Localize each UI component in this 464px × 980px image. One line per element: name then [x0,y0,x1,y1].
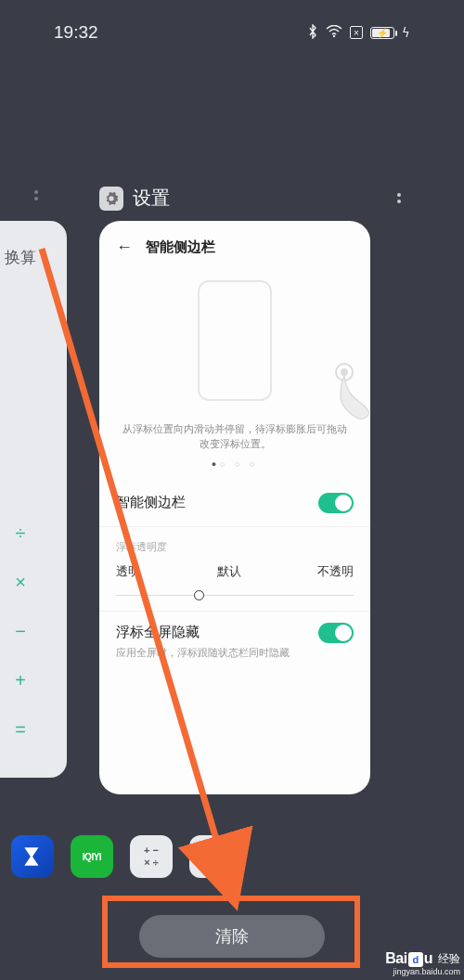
clear-all-button[interactable]: 清除 [139,915,325,958]
recent-card-left[interactable]: 换算 ÷ × − + = [0,221,67,778]
row-label: 浮标全屏隐藏 [116,624,200,641]
opacity-slider[interactable] [116,595,354,596]
app-icon-settings-small[interactable] [189,835,232,878]
section-opacity: 浮标透明度 [99,527,370,558]
app-icon-blue[interactable] [11,835,54,878]
status-bar: 19:32 × ⚡ ϟ [0,19,464,46]
watermark: Baidu 经验 jingyan.baidu.com [385,950,460,976]
recent-app-header: 设置 [99,186,408,211]
wifi-icon [326,25,342,41]
back-icon[interactable]: ← [116,238,133,257]
opacity-labels: 透明 默认 不透明 [99,558,370,586]
op-multiply: × [15,572,26,593]
battery-icon: ⚡ [370,27,394,39]
recent-card-main[interactable]: ← 智能侧边栏 从浮标位置向内滑动并停留，待浮标膨胀后可拖动改变浮标位置。 ●○… [99,221,370,794]
bluetooth-icon [307,24,318,42]
slider-handle[interactable] [194,590,204,600]
no-sim-icon: × [350,26,363,39]
more-dots-icon[interactable] [390,189,408,208]
watermark-brand: Baidu [385,950,432,967]
opacity-label-right: 不透明 [317,563,354,580]
op-divide: ÷ [16,522,26,544]
left-card-title: 换算 [0,247,67,268]
recent-app-title: 设置 [133,186,170,211]
opacity-label-left: 透明 [116,563,140,580]
row-label: 智能侧边栏 [116,494,186,511]
op-equals: = [15,719,26,741]
row-smart-sidebar[interactable]: 智能侧边栏 [99,480,370,526]
page-title: 智能侧边栏 [146,239,215,256]
iqiyi-label: IQIYI [83,852,101,862]
app-icon-iqiyi[interactable]: IQIYI [71,835,113,878]
calc-operator-column: ÷ × − + = [0,522,67,741]
status-icons: × ⚡ ϟ [307,24,410,42]
page-indicator: ●○ ○ ○ [99,458,370,480]
opacity-label-mid: 默认 [217,563,241,580]
status-time: 19:32 [54,22,98,43]
clear-label: 清除 [215,925,249,948]
settings-app-icon [99,187,123,211]
app-icon-calculator[interactable]: + − × ÷ [130,835,173,878]
row-subtitle: 应用全屏时，浮标跟随状态栏同时隐藏 [116,647,354,660]
hand-icon [328,359,370,424]
phone-outline-icon [198,280,272,401]
toggle-fullscreen-hide[interactable] [318,623,354,643]
watermark-suffix: 经验 [438,951,460,967]
watermark-url: jingyan.baidu.com [385,967,460,976]
row-fullscreen-hide[interactable]: 浮标全屏隐藏 应用全屏时，浮标跟随状态栏同时隐藏 [99,612,370,671]
op-plus: + [15,670,26,691]
bottom-app-row: IQIYI + − × ÷ [11,835,232,878]
op-minus: − [15,621,26,642]
more-dots-left[interactable] [34,190,38,200]
illustration [99,266,370,415]
svg-point-0 [333,34,335,36]
charging-icon: ϟ [402,26,410,40]
toggle-smart-sidebar[interactable] [318,493,354,513]
